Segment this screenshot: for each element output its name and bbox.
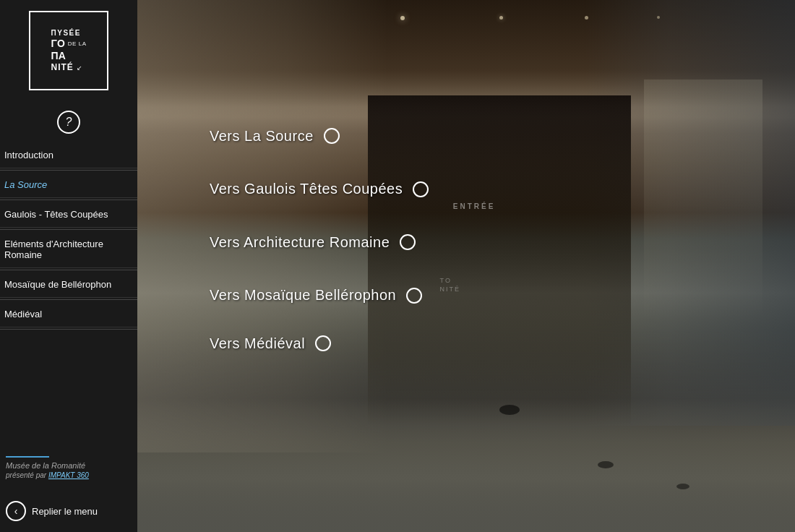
nav-item-elements-architecture[interactable]: Eléments d'Architecture Romaine [0, 231, 137, 268]
panorama-area[interactable]: ENTRÉE TO NITÉ Vers La Source Vers Gaulo… [137, 0, 795, 532]
hotspot-vers-la-source[interactable]: Vers La Source [210, 128, 340, 145]
impakt-360-link[interactable]: IMPAKT 360 [48, 471, 89, 479]
hotspot-vers-medieval[interactable]: Vers Médiéval [210, 335, 331, 352]
footer-presented-by: présenté par IMPAKT 360 [6, 471, 132, 479]
divider-5 [0, 299, 137, 300]
divider-3 [0, 229, 137, 230]
hotspot-label-la-source: Vers La Source [210, 128, 314, 145]
divider-1 [0, 170, 137, 171]
nav-items: Introduction La Source Gaulois - Têtes C… [0, 142, 137, 331]
hotspot-circle-medieval [315, 335, 331, 351]
collapse-icon: ‹ [6, 501, 26, 521]
collapse-menu-button[interactable]: ‹ Replier le menu [0, 494, 137, 532]
nav-item-gaulois[interactable]: Gaulois - Têtes Coupées [0, 202, 137, 228]
logo-area: ΠΥSÉE ΓΟ DE LA ΠΑ NITÉ ↙ [0, 0, 137, 101]
logo-box: ΠΥSÉE ΓΟ DE LA ΠΑ NITÉ ↙ [29, 11, 108, 90]
sidebar-footer: Musée de la Romanité présenté par IMPAKT… [0, 447, 137, 494]
divider-6 [0, 329, 137, 330]
nav-item-la-source[interactable]: La Source [0, 172, 137, 198]
nav-item-introduction[interactable]: Introduction [0, 142, 137, 168]
help-icon-area[interactable]: ? [0, 111, 137, 134]
hotspot-vers-gaulois[interactable]: Vers Gaulois Têtes Coupées [210, 181, 429, 197]
presented-by-text: présenté par [6, 471, 46, 479]
nav-item-medieval[interactable]: Médiéval [0, 301, 137, 327]
nav-item-mosaique[interactable]: Mosaïque de Bellérophon [0, 272, 137, 298]
hotspot-circle-mosaique [406, 288, 422, 304]
question-icon: ? [66, 116, 72, 129]
hotspot-label-mosaique: Vers Mosaïque Bellérophon [210, 287, 396, 304]
hotspot-vers-mosaique[interactable]: Vers Mosaïque Bellérophon [210, 287, 422, 304]
accent-line [6, 456, 49, 458]
hotspot-label-gaulois: Vers Gaulois Têtes Coupées [210, 181, 403, 197]
hotspot-vers-architecture[interactable]: Vers Architecture Romaine [210, 234, 416, 251]
logo-inner: ΠΥSÉE ΓΟ DE LA ΠΑ NITÉ ↙ [50, 27, 88, 74]
sidebar: ΠΥSÉE ΓΟ DE LA ΠΑ NITÉ ↙ ? Introduction … [0, 0, 137, 532]
hotspot-label-architecture: Vers Architecture Romaine [210, 234, 390, 251]
hotspot-circle-la-source [324, 128, 340, 144]
hotspot-label-medieval: Vers Médiéval [210, 335, 305, 352]
chevron-left-icon: ‹ [14, 505, 18, 517]
hotspots-container: Vers La Source Vers Gaulois Têtes Coupée… [137, 0, 795, 532]
divider-2 [0, 200, 137, 200]
hotspot-circle-gaulois [413, 181, 429, 197]
divider-4 [0, 270, 137, 270]
help-button[interactable]: ? [57, 111, 80, 134]
hotspot-circle-architecture [400, 234, 416, 250]
footer-museum-name: Musée de la Romanité [6, 461, 132, 470]
collapse-label: Replier le menu [32, 506, 98, 517]
